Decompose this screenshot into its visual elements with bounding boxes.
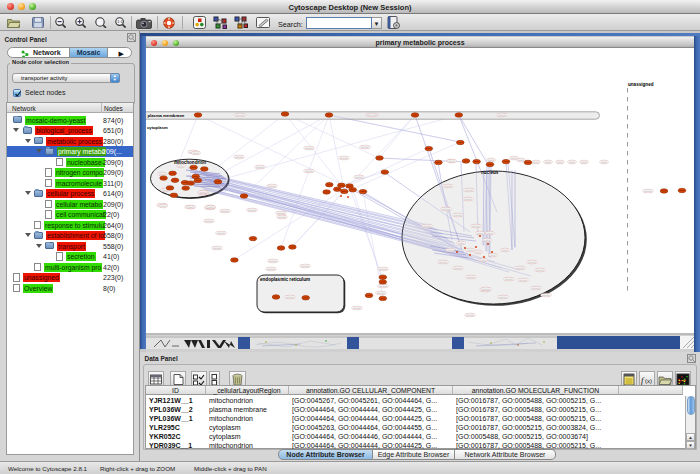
svg-text:endoplasmic reticulum: endoplasmic reticulum xyxy=(260,277,310,282)
svg-text:cytoplasm: cytoplasm xyxy=(147,125,168,130)
svg-text:1:1: 1:1 xyxy=(117,19,123,24)
svg-text:unassigned: unassigned xyxy=(628,82,654,87)
svg-text:(x): (x) xyxy=(645,378,652,384)
svg-text:plasma membrane: plasma membrane xyxy=(148,113,185,118)
